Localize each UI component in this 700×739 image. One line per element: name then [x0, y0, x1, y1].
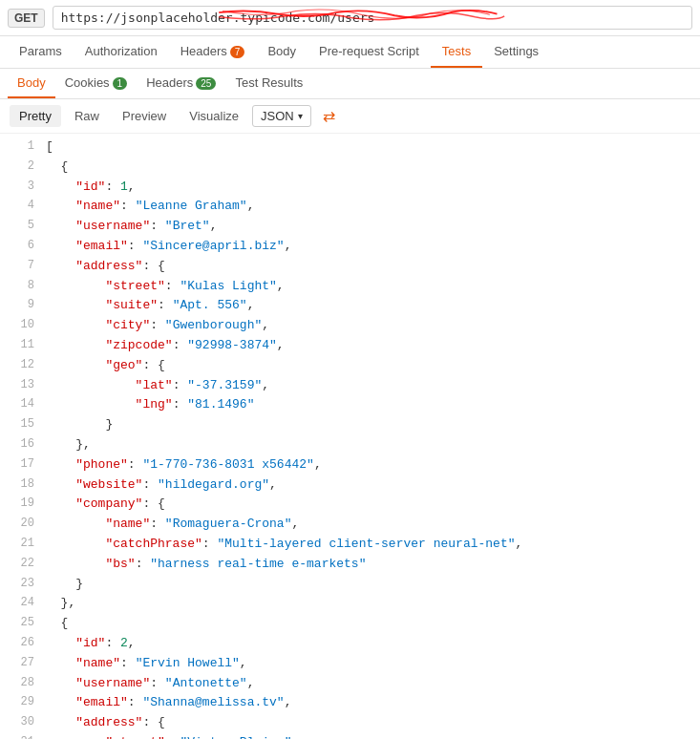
- json-line-content: "bs": "harness real-time e-markets": [46, 555, 366, 575]
- json-token-punct: :: [142, 477, 158, 492]
- json-token-str: "Victor Plains": [180, 735, 291, 739]
- json-token-punct: :: [150, 676, 165, 690]
- json-line-content: "name": "Ervin Howell",: [46, 654, 247, 674]
- json-line-content: "id": 2,: [46, 634, 136, 654]
- format-dropdown[interactable]: JSON▾: [252, 105, 311, 127]
- json-token-key: "street": [46, 735, 165, 739]
- format-btn-raw[interactable]: Raw: [65, 105, 109, 127]
- json-token-str: "Gwenborough": [165, 318, 262, 332]
- json-token-str: "Shanna@melissa.tv": [142, 695, 284, 709]
- json-line: 22 "bs": "harness real-time e-markets": [0, 555, 700, 575]
- chevron-down-icon: ▾: [298, 111, 303, 121]
- tab-tests[interactable]: Tests: [431, 36, 482, 68]
- json-token-punct: ,: [291, 735, 299, 739]
- json-token-key: "geo": [46, 358, 142, 372]
- line-number: 17: [8, 455, 34, 475]
- json-token-key: "catchPhrase": [46, 537, 202, 551]
- tab-body[interactable]: Body: [256, 36, 308, 68]
- json-token-punct: : {: [142, 715, 164, 729]
- json-line-content: "name": "Leanne Graham",: [46, 197, 254, 217]
- json-token-punct: :: [173, 338, 188, 352]
- json-line-content: "lng": "81.1496": [46, 395, 254, 415]
- json-line-content: {: [46, 158, 68, 178]
- json-line-content: "email": "Shanna@melissa.tv",: [46, 693, 291, 713]
- json-token-str: "Leanne Graham": [136, 199, 247, 213]
- line-number: 11: [8, 336, 34, 356]
- json-line: 24 },: [0, 594, 700, 614]
- json-token-key: "website": [46, 477, 142, 492]
- json-token-str: "Multi-layered client-server neural-net": [217, 537, 515, 551]
- line-number: 10: [8, 316, 34, 336]
- json-token-punct: :: [128, 457, 143, 472]
- format-btn-preview[interactable]: Preview: [113, 105, 176, 127]
- line-number: 28: [8, 674, 34, 694]
- method-label: GET: [8, 9, 45, 28]
- json-line: 9 "suite": "Apt. 556",: [0, 296, 700, 316]
- line-number: 21: [8, 535, 34, 555]
- json-line-content: },: [46, 594, 75, 614]
- line-number: 14: [8, 395, 34, 415]
- line-number: 16: [8, 435, 34, 455]
- json-token-str: "92998-3874": [187, 338, 277, 352]
- json-line: 23 }: [0, 575, 700, 595]
- sub-tab-test-results[interactable]: Test Results: [225, 69, 312, 98]
- json-token-punct: ,: [247, 298, 255, 312]
- json-token-key: "id": [46, 179, 105, 194]
- line-number: 15: [8, 415, 34, 435]
- json-token-key: "email": [46, 695, 128, 709]
- json-line: 26 "id": 2,: [0, 634, 700, 654]
- json-token-num: 2: [120, 636, 128, 650]
- format-dropdown-label: JSON: [261, 109, 294, 123]
- line-number: 29: [8, 693, 34, 713]
- line-number: 22: [8, 555, 34, 575]
- json-token-key: "suite": [46, 298, 158, 312]
- json-token-brace: },: [46, 437, 91, 452]
- format-btn-pretty[interactable]: Pretty: [10, 105, 61, 127]
- json-line-content: "catchPhrase": "Multi-layered client-ser…: [46, 535, 522, 555]
- url-bar[interactable]: https://jsonplaceholder.typicode.com/use…: [53, 6, 692, 30]
- format-btn-visualize[interactable]: Visualize: [180, 105, 248, 127]
- json-line-content: [: [46, 137, 53, 158]
- tab-settings[interactable]: Settings: [482, 36, 550, 68]
- json-token-key: "name": [46, 517, 150, 531]
- json-token-punct: :: [105, 636, 120, 650]
- json-token-punct: ,: [240, 656, 247, 670]
- json-line-content: "username": "Antonette",: [46, 674, 254, 694]
- json-token-str: "Ervin Howell": [136, 656, 240, 670]
- line-number: 13: [8, 376, 34, 396]
- line-number: 5: [8, 217, 34, 237]
- json-line: 17 "phone": "1-770-736-8031 x56442",: [0, 455, 700, 475]
- json-token-punct: ,: [210, 219, 218, 233]
- json-token-punct: ,: [277, 338, 285, 352]
- tab-authorization[interactable]: Authorization: [74, 36, 169, 68]
- json-token-str: "1-770-736-8031 x56442": [142, 457, 313, 472]
- format-bar: PrettyRawPreviewVisualizeJSON▾⇄: [0, 99, 700, 134]
- json-line-content: "id": 1,: [46, 178, 136, 198]
- json-line-content: "lat": "-37.3159",: [46, 376, 269, 396]
- json-token-punct: :: [105, 179, 120, 194]
- sub-tab-body[interactable]: Body: [8, 69, 55, 98]
- json-line-content: "zipcode": "92998-3874",: [46, 336, 285, 356]
- sort-icon[interactable]: ⇄: [323, 107, 335, 125]
- json-line: 7 "address": {: [0, 257, 700, 277]
- tab-pre-request-script[interactable]: Pre-request Script: [308, 36, 431, 68]
- json-token-key: "username": [46, 676, 150, 690]
- tab-headers[interactable]: Headers7: [169, 36, 257, 68]
- tab-params[interactable]: Params: [8, 36, 74, 68]
- line-number: 4: [8, 197, 34, 217]
- json-token-punct: ,: [269, 477, 277, 492]
- json-token-key: "lat": [46, 378, 173, 392]
- json-token-key: "name": [46, 656, 120, 670]
- json-token-str: "-37.3159": [187, 378, 262, 392]
- json-line-content: "address": {: [46, 713, 165, 733]
- json-token-key: "zipcode": [46, 338, 173, 352]
- json-token-punct: :: [136, 557, 151, 571]
- json-token-str: "Sincere@april.biz": [142, 239, 284, 253]
- line-number: 1: [8, 137, 34, 158]
- json-token-str: "harness real-time e-markets": [150, 557, 366, 571]
- sub-tab-cookies[interactable]: Cookies1: [55, 69, 138, 98]
- json-token-punct: :: [128, 695, 143, 709]
- json-token-key: "id": [46, 636, 105, 650]
- sub-tab-headers[interactable]: Headers25: [137, 69, 225, 98]
- json-token-punct: ,: [128, 179, 136, 194]
